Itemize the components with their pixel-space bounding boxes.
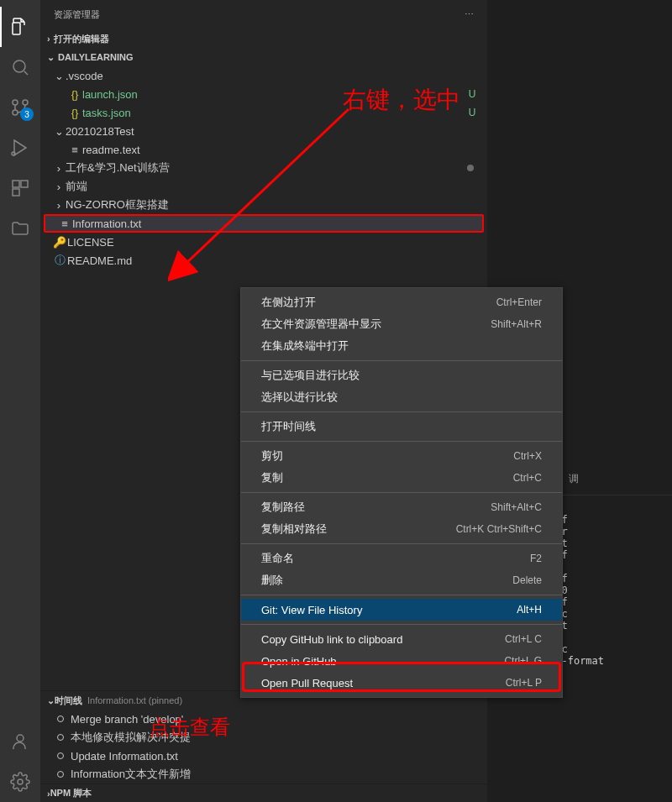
extensions-icon[interactable] — [0, 168, 40, 208]
menu-item[interactable]: Copy GitHub link to clipboardCtrl+L C — [241, 628, 562, 650]
menu-item[interactable]: 重命名F2 — [241, 548, 562, 569]
explorer-icon[interactable] — [0, 7, 40, 47]
menu-item-label: Open Pull Request — [261, 677, 353, 689]
svg-rect-5 — [13, 181, 19, 187]
json-icon: {} — [67, 88, 82, 101]
folder-ngzorro[interactable]: › NG-ZORRO框架搭建 — [40, 196, 487, 214]
menu-separator — [241, 595, 562, 595]
menu-item[interactable]: 在侧边打开Ctrl+Enter — [241, 291, 562, 313]
accounts-icon[interactable] — [0, 721, 40, 762]
folder-frontend[interactable]: › 前端 — [40, 177, 487, 196]
menu-item[interactable]: 与已选项目进行比较 — [241, 364, 562, 386]
npm-section-header[interactable]: › NPM 脚本 — [40, 784, 487, 802]
timeline-title: 时间线 — [55, 695, 82, 707]
menu-item[interactable]: Open Pull RequestCtrl+L P — [241, 672, 562, 694]
folder-vscode[interactable]: ⌄ .vscode — [40, 66, 487, 85]
menu-item-shortcut: Ctrl+L C — [505, 633, 542, 645]
file-information-txt[interactable]: ≡ Information.txt — [44, 214, 484, 233]
menu-item-shortcut: Ctrl+K Ctrl+Shift+C — [456, 523, 542, 535]
menu-item[interactable]: Git: View File HistoryAlt+H — [241, 599, 562, 621]
text-icon: ≡ — [67, 144, 82, 156]
menu-item-label: 在侧边打开 — [261, 295, 316, 310]
sidebar-title-text: 资源管理器 — [54, 8, 100, 21]
menu-separator — [241, 441, 562, 442]
menu-item-shortcut: F2 — [530, 553, 542, 564]
commit-circle-icon — [57, 734, 64, 741]
project-section-header[interactable]: ⌄ DAILYLEARNING — [40, 48, 487, 66]
menu-item[interactable]: 剪切Ctrl+X — [241, 445, 562, 467]
svg-point-3 — [13, 100, 18, 105]
svg-rect-6 — [21, 181, 28, 187]
chevron-down-icon: ⌄ — [47, 52, 55, 63]
menu-item-label: 复制路径 — [261, 500, 305, 515]
folder-work[interactable]: › 工作&学习.Net训练营 — [40, 159, 487, 177]
modified-dot-icon — [467, 165, 474, 171]
json-icon: {} — [67, 107, 82, 119]
folder-icon[interactable] — [0, 208, 40, 249]
project-name: DAILYLEARNING — [58, 52, 133, 62]
menu-separator — [241, 360, 562, 361]
menu-separator — [241, 411, 562, 412]
menu-item-shortcut: Ctrl+X — [513, 450, 542, 462]
menu-item-label: 剪切 — [261, 448, 283, 464]
menu-item-label: 复制 — [261, 470, 283, 485]
activity-bar: 3 — [0, 0, 40, 802]
scm-badge: 3 — [20, 107, 34, 121]
menu-separator — [241, 492, 562, 493]
menu-item-label: 与已选项目进行比较 — [261, 368, 360, 383]
menu-item-label: Copy GitHub link to clipboard — [261, 633, 402, 646]
file-readme-text[interactable]: ≡ readme.text — [40, 140, 487, 159]
tab-debug[interactable]: 调 — [569, 472, 579, 490]
chevron-down-icon: ⌄ — [47, 695, 55, 706]
timeline-item[interactable]: Merge branch 'develop' — [40, 710, 487, 728]
menu-item[interactable]: Open in GitHubCtrl+L G — [241, 650, 562, 672]
more-icon[interactable]: ⋯ — [465, 9, 474, 20]
menu-item-shortcut: Alt+H — [517, 604, 542, 616]
file-tree: ⌄ .vscode {} launch.json U {} tasks.json… — [40, 66, 487, 273]
menu-item[interactable]: 选择以进行比较 — [241, 386, 562, 408]
timeline-item[interactable]: 本地修改模拟解决冲突提 — [40, 728, 487, 747]
menu-item-label: 重命名 — [261, 551, 294, 566]
editors-section-label: 打开的编辑器 — [54, 33, 109, 45]
menu-separator — [241, 543, 562, 544]
editors-section-header[interactable]: › 打开的编辑器 — [40, 29, 487, 48]
svg-point-2 — [13, 110, 18, 115]
git-status: U — [464, 88, 480, 100]
file-license[interactable]: 🔑 LICENSE — [40, 233, 487, 251]
commit-circle-icon — [57, 716, 64, 722]
folder-test[interactable]: ⌄ 20210218Test — [40, 122, 487, 140]
info-icon: ⓘ — [52, 253, 67, 268]
timeline-subtitle: Information.txt (pinned) — [87, 695, 182, 705]
menu-item[interactable]: 打开时间线 — [241, 416, 562, 438]
git-status: U — [464, 107, 480, 118]
menu-item-shortcut: Ctrl+L P — [506, 677, 542, 689]
menu-item[interactable]: 在集成终端中打开 — [241, 335, 562, 357]
svg-point-9 — [18, 779, 23, 784]
sidebar-title: 资源管理器 ⋯ — [40, 0, 487, 29]
run-debug-icon[interactable] — [0, 128, 40, 168]
source-control-icon[interactable]: 3 — [0, 87, 40, 128]
timeline-item[interactable]: Information文本文件新增 — [40, 765, 487, 784]
menu-item[interactable]: 删除Delete — [241, 569, 562, 591]
file-tasks-json[interactable]: {} tasks.json U — [40, 103, 487, 122]
svg-point-8 — [17, 735, 24, 742]
menu-item[interactable]: 复制相对路径Ctrl+K Ctrl+Shift+C — [241, 518, 562, 540]
commit-circle-icon — [57, 752, 64, 759]
menu-item-label: 在集成终端中打开 — [261, 338, 349, 354]
license-icon: 🔑 — [52, 236, 67, 249]
menu-item[interactable]: 在文件资源管理器中显示Shift+Alt+R — [241, 313, 562, 335]
menu-item-shortcut: Ctrl+L G — [504, 655, 542, 667]
menu-item-shortcut: Delete — [512, 574, 542, 586]
file-launch-json[interactable]: {} launch.json U — [40, 85, 487, 103]
menu-item-label: 打开时间线 — [261, 419, 316, 434]
menu-item[interactable]: 复制Ctrl+C — [241, 467, 562, 489]
menu-item-label: 删除 — [261, 573, 283, 588]
menu-item[interactable]: 复制路径Shift+Alt+C — [241, 496, 562, 518]
search-icon[interactable] — [0, 47, 40, 87]
settings-icon[interactable] — [0, 762, 40, 802]
file-readme-md[interactable]: ⓘ README.md — [40, 251, 487, 270]
menu-item-label: 复制相对路径 — [261, 522, 327, 537]
commit-circle-icon — [57, 771, 64, 778]
menu-item-label: 在文件资源管理器中显示 — [261, 317, 381, 332]
timeline-item[interactable]: Update Information.txt — [40, 747, 487, 765]
